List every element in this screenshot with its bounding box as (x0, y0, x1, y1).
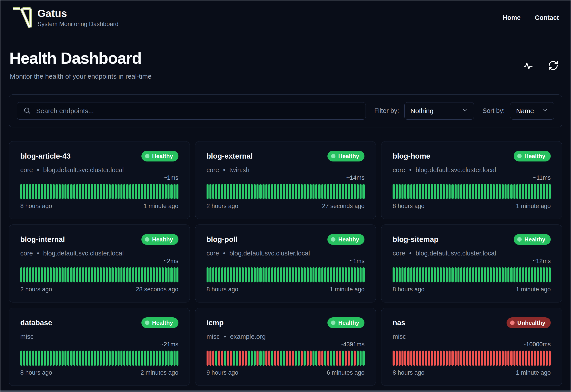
history-bar-success[interactable] (301, 184, 303, 199)
history-bar-success[interactable] (82, 350, 84, 366)
history-bar-success[interactable] (431, 267, 433, 282)
history-bar-success[interactable] (123, 184, 125, 199)
history-bar-success[interactable] (115, 184, 117, 199)
history-bar-success[interactable] (440, 184, 442, 199)
history-bar-success[interactable] (70, 184, 72, 199)
history-bar-success[interactable] (348, 267, 350, 282)
history-bar-success[interactable] (404, 184, 406, 199)
history-bar-success[interactable] (156, 350, 158, 366)
history-bar-success[interactable] (233, 184, 235, 199)
history-bar-success[interactable] (254, 350, 255, 366)
history-bar-success[interactable] (425, 184, 427, 199)
history-bar-success[interactable] (259, 184, 261, 199)
history-bar-success[interactable] (298, 267, 300, 282)
history-bar-success[interactable] (263, 184, 265, 199)
history-bar-success[interactable] (354, 184, 356, 199)
history-bar-success[interactable] (115, 350, 117, 366)
history-bar-failure[interactable] (484, 350, 486, 366)
history-bar-success[interactable] (277, 184, 279, 199)
history-bars[interactable] (207, 267, 365, 282)
history-bar-success[interactable] (499, 267, 501, 282)
history-bar-failure[interactable] (537, 350, 539, 366)
history-bar-success[interactable] (505, 184, 507, 199)
history-bar-success[interactable] (254, 267, 255, 282)
history-bar-success[interactable] (61, 267, 64, 282)
history-bar-success[interactable] (313, 267, 315, 282)
history-bar-failure[interactable] (239, 350, 241, 366)
history-bar-failure[interactable] (513, 350, 515, 366)
history-bar-success[interactable] (283, 350, 285, 366)
history-bar-success[interactable] (67, 184, 69, 199)
history-bar-success[interactable] (510, 184, 512, 199)
history-bar-success[interactable] (35, 184, 37, 199)
history-bar-success[interactable] (132, 350, 134, 366)
history-bar-success[interactable] (402, 267, 404, 282)
history-bar-failure[interactable] (528, 350, 530, 366)
activity-button[interactable] (523, 60, 534, 71)
history-bar-success[interactable] (543, 267, 545, 282)
history-bar-failure[interactable] (496, 350, 498, 366)
history-bar-success[interactable] (112, 184, 114, 199)
history-bar-success[interactable] (351, 184, 353, 199)
history-bar-success[interactable] (316, 184, 317, 199)
history-bar-success[interactable] (67, 267, 69, 282)
history-bar-failure[interactable] (443, 350, 445, 366)
history-bar-success[interactable] (150, 350, 152, 366)
history-bar-success[interactable] (159, 350, 161, 366)
history-bar-success[interactable] (472, 184, 474, 199)
sort-select[interactable]: Name (510, 102, 554, 120)
history-bar-success[interactable] (141, 184, 143, 199)
history-bar-success[interactable] (100, 184, 102, 199)
history-bar-success[interactable] (97, 350, 99, 366)
history-bar-success[interactable] (61, 350, 64, 366)
history-bar-failure[interactable] (437, 350, 439, 366)
history-bar-success[interactable] (460, 267, 462, 282)
history-bar-success[interactable] (310, 184, 312, 199)
history-bar-success[interactable] (85, 184, 87, 199)
history-bar-success[interactable] (126, 267, 128, 282)
history-bar-failure[interactable] (413, 350, 415, 366)
history-bar-success[interactable] (487, 267, 489, 282)
history-bar-success[interactable] (519, 267, 521, 282)
history-bar-success[interactable] (410, 267, 412, 282)
history-bar-success[interactable] (221, 184, 223, 199)
history-bar-success[interactable] (295, 267, 297, 282)
history-bar-success[interactable] (493, 184, 495, 199)
history-bar-success[interactable] (207, 184, 209, 199)
history-bar-success[interactable] (91, 350, 93, 366)
history-bar-success[interactable] (126, 184, 128, 199)
history-bar-success[interactable] (47, 350, 49, 366)
history-bar-success[interactable] (41, 350, 43, 366)
history-bar-success[interactable] (419, 267, 421, 282)
history-bar-success[interactable] (360, 350, 361, 366)
history-bar-failure[interactable] (265, 350, 268, 366)
history-bar-success[interactable] (118, 350, 120, 366)
history-bar-success[interactable] (144, 184, 146, 199)
history-bars[interactable] (207, 184, 365, 199)
history-bar-success[interactable] (236, 350, 238, 366)
history-bar-success[interactable] (490, 267, 492, 282)
history-bar-success[interactable] (402, 184, 404, 199)
history-bar-success[interactable] (522, 267, 524, 282)
history-bar-success[interactable] (280, 350, 282, 366)
history-bar-success[interactable] (463, 184, 465, 199)
history-bar-failure[interactable] (345, 350, 347, 366)
history-bar-success[interactable] (94, 184, 96, 199)
history-bars[interactable] (20, 267, 179, 282)
history-bar-failure[interactable] (274, 350, 276, 366)
history-bar-success[interactable] (44, 350, 46, 366)
history-bar-success[interactable] (215, 350, 217, 366)
history-bar-success[interactable] (29, 350, 31, 366)
history-bar-failure[interactable] (348, 350, 350, 366)
history-bar-success[interactable] (26, 350, 28, 366)
history-bar-success[interactable] (41, 184, 43, 199)
history-bar-success[interactable] (50, 184, 52, 199)
history-bar-success[interactable] (70, 267, 72, 282)
history-bar-success[interactable] (141, 350, 143, 366)
history-bar-success[interactable] (176, 267, 179, 282)
history-bar-success[interactable] (510, 267, 512, 282)
history-bar-success[interactable] (88, 184, 90, 199)
history-bar-success[interactable] (239, 267, 241, 282)
history-bar-failure[interactable] (399, 350, 401, 366)
history-bar-success[interactable] (224, 267, 226, 282)
